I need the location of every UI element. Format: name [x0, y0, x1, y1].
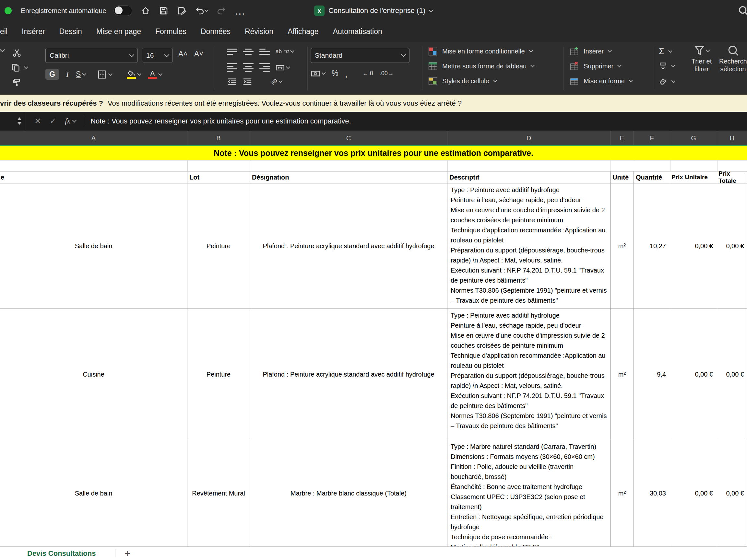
search-icon[interactable] — [737, 4, 747, 18]
window-control-green[interactable] — [4, 7, 12, 14]
tab-inserer[interactable]: Insérer — [22, 27, 45, 36]
column-header-c[interactable]: C — [250, 131, 447, 145]
number-format-select[interactable]: Standard — [311, 48, 410, 63]
cell-lot[interactable]: Peinture — [187, 309, 250, 440]
align-middle-icon[interactable] — [243, 49, 254, 55]
cell-lot[interactable]: Revêtement Mural — [187, 440, 250, 546]
cell-descriptif[interactable]: Type : Marbre naturel standard (Carrara,… — [447, 440, 611, 546]
add-sheet-button[interactable]: + — [125, 550, 130, 557]
fill-color-button[interactable] — [127, 70, 141, 79]
cancel-entry-icon[interactable]: ✕ — [34, 116, 41, 126]
align-center-icon[interactable] — [243, 63, 254, 72]
cell-designation[interactable]: Plafond : Peinture acrylique standard av… — [250, 309, 447, 440]
note-cell[interactable]: Note : Vous pouvez renseigner vos prix u… — [0, 145, 747, 160]
font-name-select[interactable]: Calibri — [45, 48, 138, 63]
formula-bar-value[interactable]: Note : Vous pouvez renseigner vos prix u… — [91, 117, 351, 126]
cell-prix-totale[interactable]: 0,00 € — [717, 309, 747, 440]
cell-descriptif[interactable]: Type : Peinture avec additif hydrofuge P… — [447, 183, 611, 309]
column-header-a[interactable]: A — [0, 131, 187, 145]
copy-dropdown-icon[interactable] — [24, 65, 28, 69]
column-header-b[interactable]: B — [187, 131, 250, 145]
cell-unite[interactable]: m² — [611, 440, 634, 546]
insert-function-button[interactable]: fx — [65, 117, 76, 126]
copy-icon[interactable] — [11, 63, 20, 72]
tab-affichage[interactable]: Affichage — [288, 27, 318, 36]
column-header-f[interactable]: F — [634, 131, 670, 145]
header-unite[interactable]: Unité — [611, 171, 634, 183]
comma-icon[interactable]: , — [345, 71, 347, 76]
cell-designation[interactable]: Marbre : Marbre blanc classique (Totale) — [250, 440, 447, 546]
format-as-table-button[interactable]: Mettre sous forme de tableau — [428, 61, 534, 71]
undo-dropdown-icon[interactable] — [204, 8, 208, 12]
cell-piece[interactable]: Salle de bain — [0, 183, 187, 309]
autosave-toggle[interactable] — [113, 5, 132, 16]
header-prix-unitaire[interactable]: Prix Unitaire — [670, 171, 717, 183]
header-prix-totale[interactable]: Prix Totale — [717, 171, 747, 183]
column-header-h[interactable]: H — [717, 131, 747, 145]
cell-piece[interactable]: Cuisine — [0, 309, 187, 440]
decrease-decimal-icon[interactable]: .00→ — [380, 70, 394, 77]
increase-font-icon[interactable]: A˄ — [178, 50, 188, 58]
header-quantite[interactable]: Quantité — [634, 171, 670, 183]
name-box[interactable] — [0, 112, 26, 130]
underline-button[interactable]: S — [76, 70, 85, 79]
cell-quantite[interactable]: 9,4 — [634, 309, 670, 440]
percent-icon[interactable]: % — [332, 69, 338, 78]
decrease-indent-icon[interactable] — [227, 78, 237, 85]
cell-quantite[interactable]: 10,27 — [634, 183, 670, 309]
save-icon[interactable] — [159, 6, 169, 16]
more-commands-icon[interactable]: … — [234, 7, 246, 14]
cell-unite[interactable]: m² — [611, 309, 634, 440]
format-cells-button[interactable]: Mise en forme — [569, 76, 632, 86]
increase-decimal-icon[interactable]: ←.0 — [362, 70, 373, 77]
header-descriptif[interactable]: Descriptif — [447, 171, 611, 183]
sheet-tab-devis-consultations[interactable]: Devis Consultations — [27, 549, 96, 558]
format-painter-icon[interactable] — [12, 78, 21, 87]
document-title-group[interactable]: x Consultation de l'entreprise (1) — [314, 0, 433, 21]
sort-filter-button[interactable]: Trier et filtrer — [687, 45, 717, 73]
orientation-button[interactable]: ab — [271, 78, 282, 85]
cell-styles-button[interactable]: Styles de cellule — [428, 76, 497, 86]
accounting-format-button[interactable] — [311, 70, 325, 77]
cell-prix-totale[interactable]: 0,00 € — [717, 440, 747, 546]
bold-button[interactable]: G — [45, 69, 59, 80]
paste-dropdown-icon[interactable] — [0, 47, 5, 53]
cell-quantite[interactable]: 30,03 — [634, 440, 670, 546]
borders-button[interactable] — [97, 70, 112, 79]
tab-donnees[interactable]: Données — [201, 27, 231, 36]
header-piece[interactable]: e — [0, 171, 187, 183]
find-select-button[interactable]: Recherche sélection — [719, 45, 747, 73]
column-header-d[interactable]: D — [447, 131, 611, 145]
merge-center-button[interactable] — [276, 64, 289, 71]
cell-unite[interactable]: m² — [611, 183, 634, 309]
decrease-font-icon[interactable]: A˅ — [194, 50, 204, 58]
autosum-button[interactable]: Σ — [659, 46, 672, 56]
recovered-workbooks-banner[interactable]: vrir des classeurs récupérés ? Vos modif… — [0, 95, 747, 112]
align-right-icon[interactable] — [259, 63, 270, 72]
undo-icon[interactable] — [195, 6, 208, 16]
cell-prix-unitaire[interactable]: 0,00 € — [670, 309, 717, 440]
font-size-select[interactable]: 16 — [142, 48, 173, 63]
cell-designation[interactable]: Plafond : Peinture acrylique standard av… — [250, 183, 447, 309]
align-top-icon[interactable] — [227, 49, 237, 55]
cut-icon[interactable] — [12, 48, 21, 57]
tab-dessin[interactable]: Dessin — [59, 27, 82, 36]
delete-cells-button[interactable]: Supprimer — [569, 61, 621, 71]
cell-lot[interactable]: Peinture — [187, 183, 250, 309]
tab-automatisation[interactable]: Automatisation — [333, 27, 382, 36]
tab-revision[interactable]: Révision — [245, 27, 273, 36]
increase-indent-icon[interactable] — [242, 78, 252, 85]
italic-button[interactable]: I — [66, 70, 69, 79]
conditional-formatting-button[interactable]: Mise en forme conditionnelle — [428, 46, 532, 56]
align-left-icon[interactable] — [227, 63, 237, 72]
align-bottom-icon[interactable] — [259, 49, 270, 55]
title-menu-chevron-icon[interactable] — [429, 7, 434, 12]
column-header-g[interactable]: G — [670, 131, 717, 145]
column-header-e[interactable]: E — [611, 131, 634, 145]
cell-descriptif[interactable]: Type : Peinture avec additif hydrofuge P… — [447, 309, 611, 440]
insert-cells-button[interactable]: Insérer — [569, 46, 611, 56]
home-icon[interactable] — [141, 6, 150, 16]
confirm-entry-icon[interactable]: ✓ — [50, 116, 56, 126]
tab-formules[interactable]: Formules — [155, 27, 186, 36]
cell-piece[interactable]: Salle de bain — [0, 440, 187, 546]
